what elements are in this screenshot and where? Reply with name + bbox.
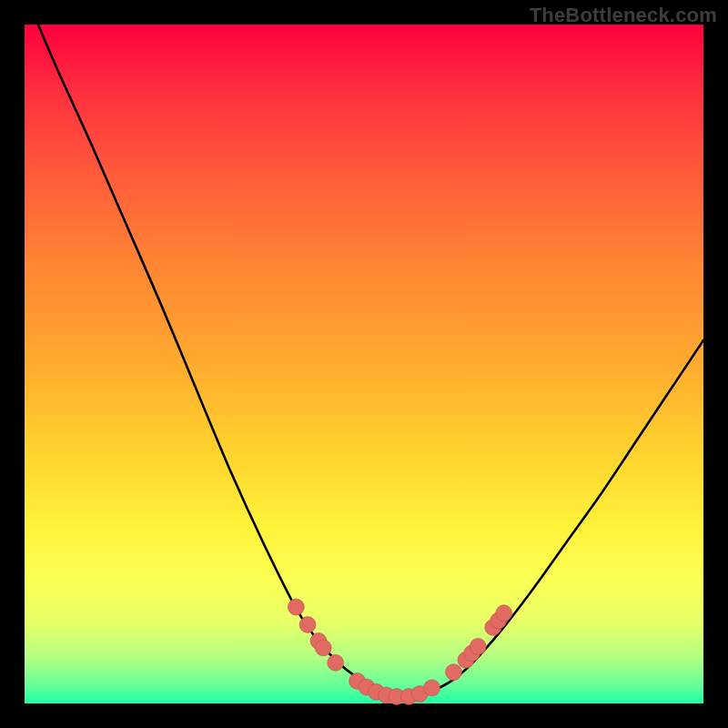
chart-marker bbox=[299, 617, 316, 633]
chart-marker bbox=[288, 599, 304, 615]
bottleneck-curve bbox=[38, 25, 703, 696]
chart-marker bbox=[446, 664, 462, 681]
chart-frame: TheBottleneck.com bbox=[0, 0, 728, 728]
chart-marker bbox=[424, 680, 440, 696]
chart-marker bbox=[470, 638, 486, 654]
chart-svg bbox=[25, 25, 703, 703]
chart-marker bbox=[328, 654, 344, 671]
chart-plot-area bbox=[25, 25, 703, 703]
chart-markers bbox=[288, 599, 511, 704]
chart-marker bbox=[315, 640, 331, 656]
watermark-text: TheBottleneck.com bbox=[530, 4, 717, 27]
chart-marker bbox=[496, 605, 512, 622]
